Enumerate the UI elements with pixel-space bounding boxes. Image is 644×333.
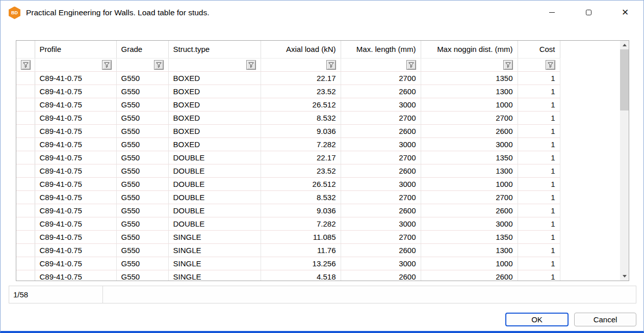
filter-cell-struct-type[interactable] <box>168 58 261 71</box>
column-header-max-noggin-dist[interactable]: Max noggin dist. (mm) <box>421 41 518 58</box>
table-row[interactable]: C89-41-0.75G550BOXED22.17270013501 <box>16 71 620 85</box>
row-filler <box>560 124 620 137</box>
column-header-struct-type[interactable]: Struct.type <box>168 41 261 58</box>
cell-max-length: 2700 <box>341 190 421 204</box>
table-row[interactable]: C89-41-0.75G550BOXED23.52260013001 <box>16 85 620 98</box>
filter-button[interactable] <box>326 60 336 70</box>
filter-cell-max-noggin-dist[interactable] <box>421 58 518 71</box>
minimize-icon <box>549 12 555 13</box>
cell-max-length: 3000 <box>341 137 421 151</box>
minimize-button[interactable] <box>533 1 570 24</box>
row-filler <box>560 230 620 243</box>
cell-axial-load: 11.76 <box>261 243 341 257</box>
cell-max-length: 3000 <box>341 177 421 190</box>
cell-max-length: 2700 <box>341 111 421 124</box>
scroll-down-button[interactable] <box>620 272 629 281</box>
cell-grade: G550 <box>116 71 168 85</box>
row-filler <box>560 270 620 281</box>
cell-axial-load: 23.52 <box>261 164 341 177</box>
table-row[interactable]: C89-41-0.75G550SINGLE4.518260026001 <box>16 270 620 281</box>
table-row[interactable]: C89-41-0.75G550BOXED8.532270027001 <box>16 111 620 124</box>
filter-cell-max-length[interactable] <box>341 58 421 71</box>
cell-cost: 1 <box>518 98 560 111</box>
cell-grade: G550 <box>116 217 168 230</box>
cell-cost: 1 <box>518 137 560 151</box>
cell-struct-type: BOXED <box>168 85 261 98</box>
cell-profile: C89-41-0.75 <box>35 98 116 111</box>
filter-cell-profile[interactable] <box>35 58 116 71</box>
filter-icon <box>548 62 553 68</box>
cell-profile: C89-41-0.75 <box>35 217 116 230</box>
cell-struct-type: DOUBLE <box>168 177 261 190</box>
row-filler <box>560 243 620 257</box>
table-row[interactable]: C89-41-0.75G550SINGLE11.085270013501 <box>16 230 620 243</box>
column-header-axial-load[interactable]: Axial load (kN) <box>261 41 341 58</box>
filter-icon <box>505 62 511 68</box>
cell-grade: G550 <box>116 98 168 111</box>
cell-profile: C89-41-0.75 <box>35 151 116 164</box>
filter-button[interactable] <box>406 60 416 70</box>
cell-max-noggin-dist: 2700 <box>421 190 518 204</box>
column-header-profile[interactable]: Profile <box>35 41 116 58</box>
table-row[interactable]: C89-41-0.75G550BOXED26.512300010001 <box>16 98 620 111</box>
filter-cell-axial-load[interactable] <box>261 58 341 71</box>
filter-button[interactable] <box>21 60 31 70</box>
row-indicator <box>16 270 35 281</box>
table-row[interactable]: C89-41-0.75G550DOUBLE26.512300010001 <box>16 177 620 190</box>
row-filler <box>560 177 620 190</box>
table-row[interactable]: C89-41-0.75G550BOXED9.036260026001 <box>16 124 620 137</box>
cell-max-noggin-dist: 2600 <box>421 204 518 217</box>
cell-profile: C89-41-0.75 <box>35 85 116 98</box>
table-row[interactable]: C89-41-0.75G550SINGLE13.256300010001 <box>16 257 620 270</box>
table-row[interactable]: C89-41-0.75G550DOUBLE8.532270027001 <box>16 190 620 204</box>
cell-profile: C89-41-0.75 <box>35 111 116 124</box>
close-button[interactable]: ✕ <box>607 1 643 24</box>
maximize-button[interactable] <box>570 1 607 24</box>
table-row[interactable]: C89-41-0.75G550DOUBLE9.036260026001 <box>16 204 620 217</box>
table-row[interactable]: C89-41-0.75G550BOXED7.282300030001 <box>16 137 620 151</box>
table-row[interactable]: C89-41-0.75G550DOUBLE7.282300030001 <box>16 217 620 230</box>
cell-cost: 1 <box>518 85 560 98</box>
cell-cost: 1 <box>518 204 560 217</box>
filter-cell-indicator[interactable] <box>16 58 35 71</box>
filter-button[interactable] <box>546 60 555 70</box>
filter-button[interactable] <box>154 60 164 70</box>
table-row[interactable]: C89-41-0.75G550DOUBLE22.17270013501 <box>16 151 620 164</box>
arrow-down-icon <box>623 275 627 277</box>
column-header-max-length[interactable]: Max. length (mm) <box>341 41 421 58</box>
cell-grade: G550 <box>116 204 168 217</box>
cell-max-length: 2600 <box>341 270 421 281</box>
row-indicator <box>16 177 35 190</box>
cell-cost: 1 <box>518 230 560 243</box>
column-header-grade[interactable]: Grade <box>116 41 168 58</box>
cell-profile: C89-41-0.75 <box>35 164 116 177</box>
cell-struct-type: DOUBLE <box>168 151 261 164</box>
scrollbar-thumb[interactable] <box>620 49 629 110</box>
filter-button[interactable] <box>503 60 513 70</box>
status-bar-filler <box>102 286 636 303</box>
cell-struct-type: BOXED <box>168 98 261 111</box>
filter-icon <box>248 62 254 68</box>
column-header-cost[interactable]: Cost <box>518 41 560 58</box>
filter-cell-grade[interactable] <box>116 58 168 71</box>
filter-button[interactable] <box>102 60 112 70</box>
row-indicator <box>16 71 35 85</box>
cell-max-noggin-dist: 3000 <box>421 217 518 230</box>
dialog-body: ProfileGradeStruct.typeAxial load (kN)Ma… <box>1 25 643 331</box>
cancel-button[interactable]: Cancel <box>574 313 636 326</box>
scroll-up-button[interactable] <box>620 41 629 49</box>
row-indicator <box>16 137 35 151</box>
window-title: Practical Engineering for Walls. Load ta… <box>26 8 210 17</box>
cell-cost: 1 <box>518 217 560 230</box>
row-indicator <box>16 151 35 164</box>
row-indicator <box>16 190 35 204</box>
filter-button[interactable] <box>246 60 256 70</box>
cell-grade: G550 <box>116 177 168 190</box>
cell-axial-load: 7.282 <box>261 217 341 230</box>
table-row[interactable]: C89-41-0.75G550DOUBLE23.52260013001 <box>16 164 620 177</box>
cell-profile: C89-41-0.75 <box>35 230 116 243</box>
vertical-scrollbar[interactable] <box>620 41 629 281</box>
filter-cell-cost[interactable] <box>518 58 560 71</box>
ok-button[interactable]: OK <box>505 313 569 326</box>
table-row[interactable]: C89-41-0.75G550SINGLE11.76260013001 <box>16 243 620 257</box>
